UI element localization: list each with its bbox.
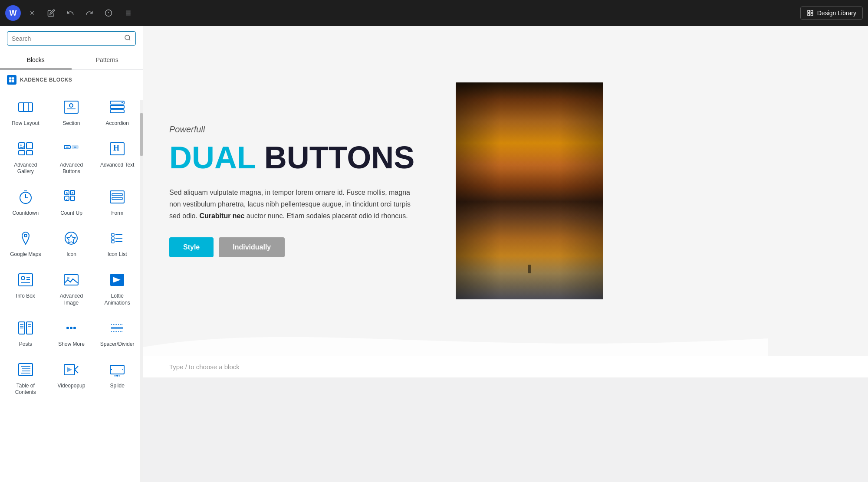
svg-text:H: H: [113, 144, 119, 152]
block-item-section[interactable]: Section: [49, 92, 94, 131]
redo-button[interactable]: [82, 5, 97, 21]
icon-list-icon: [108, 229, 127, 248]
block-item-advanced-buttons[interactable]: Advanced Buttons: [49, 133, 94, 180]
svg-rect-47: [70, 196, 75, 200]
block-label-icon-list: Icon List: [108, 251, 127, 258]
wp-logo[interactable]: W: [5, 5, 21, 21]
svg-rect-31: [19, 151, 25, 155]
scrollbar-track[interactable]: [140, 100, 143, 482]
svg-rect-24: [67, 108, 76, 109]
videopopup-icon: [62, 360, 81, 379]
info-button[interactable]: [101, 5, 116, 21]
svg-rect-51: [110, 191, 124, 203]
block-item-show-more[interactable]: Show More: [49, 312, 94, 352]
design-library-button[interactable]: Design Library: [800, 7, 863, 20]
kadence-icon: [7, 75, 16, 85]
close-button[interactable]: ×: [24, 5, 40, 21]
block-item-lottie-animations[interactable]: Lottie Animations: [95, 264, 139, 311]
sidebar: Blocks Patterns KADENCE BLOCKS Row Layou…: [0, 26, 143, 482]
svg-point-79: [70, 327, 72, 329]
canvas-area: Powerfull DUAL BUTTONS Sed aliquam vulpu…: [143, 26, 868, 482]
search-icon: [124, 34, 131, 43]
block-item-table-of-contents[interactable]: Table of Contents: [3, 354, 48, 400]
svg-rect-52: [112, 193, 122, 196]
svg-point-54: [24, 234, 27, 237]
block-label-google-maps: Google Maps: [10, 251, 41, 258]
svg-rect-62: [19, 274, 33, 286]
search-input-wrapper: [7, 31, 136, 46]
svg-rect-59: [112, 233, 114, 236]
svg-rect-53: [112, 197, 122, 200]
info-box-icon: [16, 270, 35, 289]
block-label-videopopup: Videopopup: [58, 383, 85, 390]
countdown-icon: [16, 187, 35, 207]
tab-patterns[interactable]: Patterns: [72, 51, 143, 69]
search-bar: [0, 26, 143, 51]
block-item-google-maps[interactable]: Google Maps: [3, 223, 48, 262]
block-item-countdown[interactable]: Countdown: [3, 181, 48, 221]
svg-rect-27: [110, 110, 124, 113]
block-item-info-box[interactable]: Info Box: [3, 264, 48, 311]
block-item-posts[interactable]: Posts: [3, 312, 48, 352]
count-up-icon: 007: [62, 187, 81, 207]
block-label-advanced-buttons: Advanced Buttons: [53, 162, 90, 175]
svg-rect-16: [12, 77, 14, 79]
kadence-blocks-label: KADENCE BLOCKS: [0, 70, 143, 88]
svg-rect-84: [19, 364, 33, 376]
hero-buttons: Style Individually: [169, 237, 438, 257]
block-item-splide[interactable]: Splide: [95, 354, 139, 400]
svg-point-92: [114, 375, 116, 377]
hero-body: Sed aliquam vulputate magna, in tempor l…: [169, 187, 421, 222]
hero-title-dark: BUTTONS: [256, 140, 415, 175]
svg-rect-9: [808, 10, 810, 13]
svg-point-94: [118, 375, 120, 377]
block-label-show-more: Show More: [58, 341, 85, 348]
svg-rect-12: [811, 13, 813, 16]
block-item-advanced-gallery[interactable]: Advanced Gallery: [3, 133, 48, 180]
individually-button[interactable]: Individually: [219, 237, 285, 257]
svg-rect-26: [110, 105, 124, 108]
hero-content: Powerfull DUAL BUTTONS Sed aliquam vulpu…: [169, 125, 438, 257]
svg-rect-91: [110, 365, 124, 374]
block-label-countdown: Countdown: [12, 210, 39, 217]
undo-button[interactable]: [62, 5, 78, 21]
pencil-button[interactable]: [43, 5, 59, 21]
block-item-accordion[interactable]: Accordion: [95, 92, 139, 131]
block-item-count-up[interactable]: 007 Count Up: [49, 181, 94, 221]
svg-rect-60: [112, 237, 114, 239]
advanced-gallery-icon: [16, 139, 35, 158]
advanced-buttons-icon: [62, 139, 81, 158]
tab-blocks[interactable]: Blocks: [0, 51, 72, 69]
block-label-advanced-gallery: Advanced Gallery: [7, 162, 44, 175]
block-item-row-layout[interactable]: Row Layout: [3, 92, 48, 131]
block-item-icon-list[interactable]: Icon List: [95, 223, 139, 262]
style-button[interactable]: Style: [169, 237, 214, 257]
block-item-advanced-text[interactable]: H Advanced Text: [95, 133, 139, 180]
block-item-icon[interactable]: Icon: [49, 223, 94, 262]
main-layout: Blocks Patterns KADENCE BLOCKS Row Layou…: [0, 26, 868, 482]
svg-rect-18: [12, 80, 14, 82]
advanced-image-icon: [62, 270, 81, 289]
block-label-splide: Splide: [110, 383, 124, 390]
block-item-spacer-divider[interactable]: Spacer/Divider: [95, 312, 139, 352]
hero-subtitle: Powerfull: [169, 125, 438, 134]
spacer-divider-icon: [108, 318, 127, 338]
list-view-button[interactable]: [120, 5, 135, 21]
canyon-figure: [528, 265, 531, 273]
block-item-form[interactable]: Form: [95, 181, 139, 221]
scrollbar-thumb[interactable]: [140, 113, 143, 156]
svg-rect-61: [112, 240, 114, 243]
row-layout-icon: [16, 98, 35, 117]
block-label-spacer-divider: Spacer/Divider: [100, 341, 135, 348]
hero-image: [456, 82, 603, 299]
search-input[interactable]: [12, 35, 121, 42]
svg-point-23: [69, 104, 73, 107]
block-item-videopopup[interactable]: Videopopup: [49, 354, 94, 400]
block-label-form: Form: [111, 210, 123, 217]
svg-rect-11: [808, 13, 810, 16]
lottie-animations-icon: [108, 270, 127, 289]
type-hint[interactable]: Type / to choose a block: [143, 356, 868, 377]
block-item-advanced-image[interactable]: Advanced Image: [49, 264, 94, 311]
svg-text:0: 0: [72, 192, 73, 195]
svg-line-14: [129, 39, 130, 40]
